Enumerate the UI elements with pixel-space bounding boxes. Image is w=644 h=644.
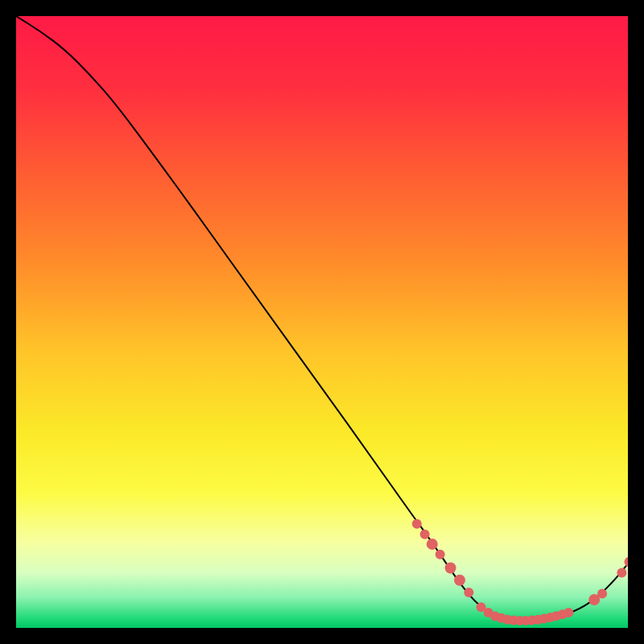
data-marker <box>617 568 626 578</box>
data-marker <box>420 530 430 539</box>
data-marker <box>436 550 445 559</box>
data-marker <box>564 608 573 617</box>
data-marker <box>597 588 607 598</box>
data-marker <box>427 539 438 550</box>
gradient-background <box>16 16 628 628</box>
data-marker <box>454 575 465 586</box>
chart-frame: TheBottleneck.com <box>16 16 628 628</box>
data-marker <box>412 519 422 529</box>
chart-svg <box>16 16 628 628</box>
data-marker <box>464 588 473 597</box>
data-marker <box>445 563 456 574</box>
